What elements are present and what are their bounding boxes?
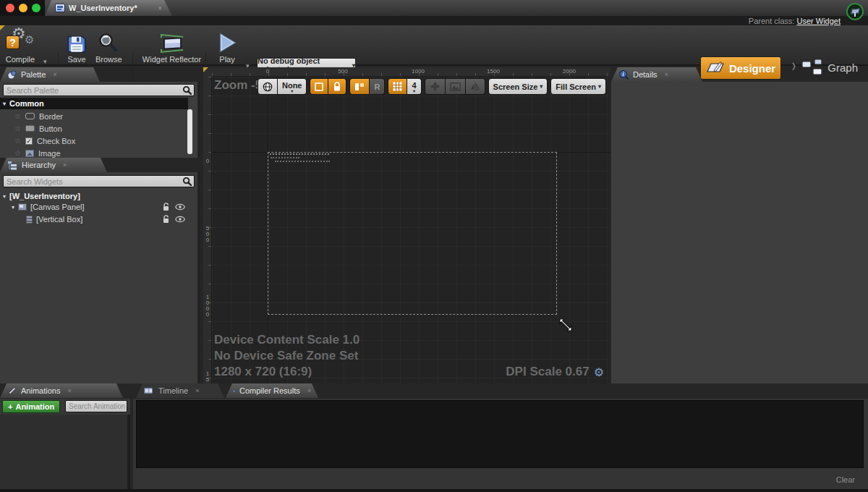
mode-separator-chevron: ›: [792, 56, 796, 77]
graph-icon: [801, 59, 823, 76]
widget-reflector-icon: [158, 33, 186, 54]
checkbox-widget-icon: ✓: [25, 137, 33, 145]
tree-row-root[interactable]: ▾ [W_UserInventory]: [0, 190, 195, 202]
tutorial-button[interactable]: [846, 3, 864, 20]
chevron-down-icon: ▾: [598, 85, 601, 88]
palette-item-border[interactable]: ☆ Border: [0, 110, 188, 122]
palette-panel: ▾ Common ☆ Border ☆ Button ☆ ✓ Check Box…: [0, 82, 200, 158]
designer-icon: [706, 60, 725, 76]
tab-details[interactable]: i Details ×: [611, 67, 702, 82]
close-window-button[interactable]: [6, 4, 14, 12]
favorite-star-icon[interactable]: ☆: [14, 149, 21, 157]
save-button[interactable]: Save: [67, 27, 87, 64]
localization-r-button[interactable]: R: [370, 78, 385, 95]
animation-search[interactable]: [65, 400, 127, 412]
widget-design-outline[interactable]: [268, 152, 557, 315]
palette-item-image[interactable]: ☆ Image: [0, 147, 188, 159]
visibility-eye-icon[interactable]: [175, 216, 185, 223]
tab-compiler-results[interactable]: Compiler Results ×: [226, 383, 318, 398]
vertical-ruler: 0 500 1000 15: [203, 77, 212, 383]
unlocked-icon[interactable]: [163, 215, 170, 224]
clear-button[interactable]: Clear: [836, 475, 855, 484]
tab-hierarchy[interactable]: Hierarchy ×: [0, 158, 107, 172]
palette-item-check-box[interactable]: ☆ ✓ Check Box: [0, 135, 188, 147]
parent-class-link[interactable]: User Widget: [796, 17, 841, 25]
close-icon[interactable]: ×: [665, 71, 668, 78]
flow-direction-dropdown[interactable]: None ▾: [278, 78, 307, 95]
designer-toolbar: None ▾: [258, 77, 606, 96]
document-tab[interactable]: W_UserInventory* ×: [45, 0, 172, 16]
palette-icon: [7, 70, 17, 80]
grid-snap-toggle[interactable]: [388, 78, 407, 95]
fill-screen-dropdown[interactable]: Fill Screen ▾: [550, 78, 606, 95]
close-icon[interactable]: ×: [67, 387, 71, 394]
umg-editor-window: W_UserInventory* × ⚙ ⚙ ? Compile ▾: [0, 0, 868, 492]
tab-animations[interactable]: Animations ×: [0, 383, 123, 398]
device-content-scale-label: Device Content Scale 1.0: [214, 333, 359, 347]
widget-reflector-button[interactable]: Widget Reflector: [141, 27, 203, 64]
design-surface[interactable]: Zoom -5: [212, 77, 610, 383]
chevron-down-icon: ▾: [413, 90, 415, 93]
play-button[interactable]: Play: [213, 27, 242, 64]
minimize-window-button[interactable]: [19, 4, 27, 12]
compiler-results-log[interactable]: [136, 400, 864, 468]
search-icon: [182, 85, 192, 95]
plus-icon: +: [8, 402, 12, 411]
animations-list[interactable]: [0, 415, 130, 490]
tree-row-vertical-box[interactable]: [Vertical Box]: [0, 213, 195, 225]
widget-blueprint-icon: [55, 4, 65, 12]
hierarchy-search-input[interactable]: [4, 176, 182, 187]
palette-scrollbar[interactable]: [187, 109, 192, 154]
hierarchy-search[interactable]: [3, 175, 195, 187]
expand-arrow-icon[interactable]: ▾: [3, 193, 6, 200]
preview-background-button[interactable]: [446, 78, 466, 95]
dpi-settings-gear-icon[interactable]: ⚙: [594, 365, 604, 379]
tab-palette[interactable]: Palette ×: [0, 67, 100, 82]
tab-timeline[interactable]: Timeline ×: [136, 383, 224, 398]
palette-item-button[interactable]: ☆ Button: [0, 122, 188, 135]
localization-preview-language-button[interactable]: [258, 78, 278, 95]
chevron-down-icon: ▾: [540, 85, 542, 88]
localization-preview-toggle[interactable]: [349, 78, 370, 95]
favorite-star-icon[interactable]: ☆: [14, 137, 21, 145]
palette-search-input[interactable]: [4, 85, 182, 96]
grid-snap-size-dropdown[interactable]: 4 ▾: [407, 78, 421, 95]
parent-class-label: Parent class: User Widget: [749, 17, 841, 25]
hierarchy-panel: ▾ [W_UserInventory] ▾ [Canvas Panel] [Ve…: [0, 172, 200, 383]
show-anchors-toggle[interactable]: [310, 78, 328, 95]
browse-button[interactable]: Browse: [95, 27, 122, 64]
widget-preview-content: [270, 153, 329, 155]
vertical-box-icon: [26, 216, 33, 224]
lock-widgets-toggle[interactable]: [328, 78, 346, 95]
mirror-flip-button[interactable]: [466, 78, 485, 95]
graph-mode-button[interactable]: Graph: [801, 59, 858, 76]
close-icon[interactable]: ×: [158, 4, 162, 12]
screen-size-dropdown[interactable]: Screen Size ▾: [488, 78, 548, 95]
details-info-icon: i: [618, 69, 629, 80]
hierarchy-icon: [7, 161, 17, 170]
designer-mode-button[interactable]: Designer: [700, 56, 781, 80]
close-icon[interactable]: ×: [307, 387, 311, 394]
close-icon[interactable]: ×: [195, 387, 199, 394]
lock-icon: [333, 82, 341, 92]
add-animation-button[interactable]: + Animation: [2, 400, 60, 413]
tree-row-canvas-panel[interactable]: ▾ [Canvas Panel]: [0, 201, 195, 213]
safe-zone-label: No Device Safe Zone Set: [214, 349, 358, 363]
compile-button[interactable]: ⚙ ⚙ ? Compile: [4, 27, 36, 64]
maximize-window-button[interactable]: [32, 4, 41, 12]
window-footer: [0, 489, 868, 492]
close-icon[interactable]: ×: [53, 71, 56, 78]
play-icon: [216, 32, 238, 54]
unlocked-icon[interactable]: [163, 203, 170, 211]
globe-icon: [263, 82, 273, 92]
palette-search[interactable]: [3, 84, 195, 96]
palette-section-common[interactable]: ▾ Common: [0, 98, 188, 109]
expand-arrow-icon[interactable]: ▾: [12, 204, 14, 211]
compile-options-caret[interactable]: ▾: [43, 59, 47, 65]
image-widget-icon: [25, 150, 34, 157]
close-icon[interactable]: ×: [63, 161, 67, 169]
favorite-star-icon[interactable]: ☆: [14, 124, 21, 132]
resize-areas-button[interactable]: [425, 78, 446, 95]
favorite-star-icon[interactable]: ☆: [14, 112, 21, 120]
visibility-eye-icon[interactable]: [175, 203, 185, 211]
